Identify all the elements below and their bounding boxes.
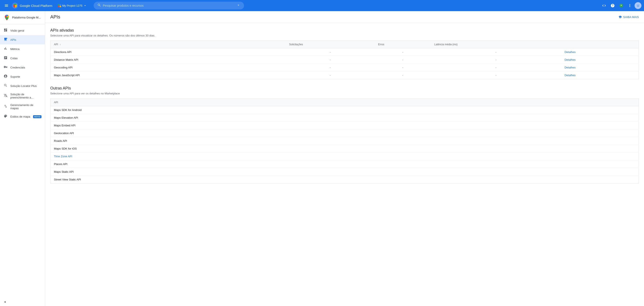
other-apis-subtitle: Selecione uma API para ver os detalhes n…	[50, 92, 639, 95]
maps-logo	[4, 14, 10, 21]
other-api-name[interactable]: Street View Static API	[50, 176, 639, 183]
list-item[interactable]: Maps Static API	[50, 168, 639, 176]
sidebar-item-label: Solução de preenchimento a...	[10, 93, 42, 99]
locator-icon	[4, 83, 8, 88]
main-layout: Plataforma Google M... Visão geral APIs	[0, 11, 644, 306]
school-icon	[618, 15, 622, 19]
list-item[interactable]: Maps SDK for iOS	[50, 145, 639, 153]
table-header-row: API ↑ Solicitações Erros Latência média …	[50, 41, 639, 48]
hamburger-menu[interactable]	[2, 2, 10, 9]
other-api-name[interactable]: Time Zone API	[50, 153, 639, 160]
details-link[interactable]: Detalhes	[564, 66, 576, 69]
sidebar-item-label: Estilos de mapa	[10, 115, 30, 118]
list-item[interactable]: Time Zone API	[50, 153, 639, 160]
list-item[interactable]: Roads API	[50, 137, 639, 145]
table-row[interactable]: Directions API - - - Detalhes	[50, 48, 639, 56]
api-name-cell: Maps JavaScript API	[50, 71, 286, 79]
latencia-cell: -	[431, 56, 561, 64]
project-name: My Project 1275	[62, 4, 82, 7]
solicitacoes-cell: -	[286, 64, 375, 71]
sort-icon: ↑	[60, 43, 61, 46]
sidebar-item-visao-geral[interactable]: Visão geral	[0, 26, 45, 35]
collapse-icon: ◄	[4, 300, 6, 304]
platform-logo: Google Cloud Platform	[12, 2, 52, 8]
cotas-icon	[4, 56, 8, 61]
more-options-icon[interactable]	[626, 2, 634, 9]
table-row[interactable]: Geocoding API - - - Detalhes	[50, 64, 639, 71]
sidebar-item-metrica[interactable]: Métrica	[0, 44, 45, 54]
other-api-name[interactable]: Roads API	[50, 137, 639, 145]
top-nav: Google Cloud Platform My Project 1275	[0, 0, 644, 11]
search-input[interactable]	[103, 4, 235, 7]
nav-icons: U	[600, 2, 642, 9]
search-dropdown-icon[interactable]	[236, 3, 240, 8]
erros-cell: -	[375, 64, 431, 71]
other-api-name[interactable]: Geolocation API	[50, 129, 639, 137]
list-item[interactable]: Maps Embed API	[50, 122, 639, 129]
list-item[interactable]: Street View Static API	[50, 176, 639, 183]
main-content: APIs SAIBA MAIS APIs ativadas Selecione …	[45, 11, 644, 306]
erros-cell: -	[375, 71, 431, 79]
table-row[interactable]: Distance Matrix API - - - Detalhes	[50, 56, 639, 64]
saiba-mais-label: SAIBA MAIS	[623, 15, 639, 19]
sidebar-item-preench[interactable]: Solução de preenchimento a...	[0, 91, 45, 101]
latencia-cell: -	[431, 64, 561, 71]
details-link[interactable]: Detalhes	[564, 50, 576, 54]
gcp-icon	[12, 2, 18, 8]
sidebar-logo-area: Plataforma Google M...	[0, 11, 45, 24]
list-item[interactable]: Maps SDK for Android	[50, 106, 639, 114]
details-link[interactable]: Detalhes	[564, 74, 576, 77]
sidebar-item-locator[interactable]: Solução Locator Plus	[0, 81, 45, 91]
user-avatar[interactable]: U	[634, 2, 642, 9]
sidebar-collapse-btn[interactable]: ◄	[0, 298, 45, 306]
sidebar-item-label: Gerenciamento de mapas	[10, 103, 42, 110]
saiba-mais-button[interactable]: SAIBA MAIS	[618, 15, 639, 19]
cloud-shell-icon[interactable]	[600, 2, 608, 9]
sidebar-item-apis[interactable]: APIs	[0, 35, 45, 44]
other-api-name[interactable]: Places API	[50, 160, 639, 168]
list-item[interactable]: Places API	[50, 160, 639, 168]
svg-rect-1	[60, 4, 61, 5]
col-header-latencia: Latência média (ms)	[431, 41, 561, 48]
svg-rect-2	[58, 6, 59, 7]
sidebar-item-gerenc-mapas[interactable]: Gerenciamento de mapas	[0, 101, 45, 112]
notifications-icon[interactable]	[617, 2, 625, 9]
col-api-label: API	[54, 43, 58, 46]
help-icon[interactable]	[609, 2, 616, 9]
sidebar-item-label: Visão geral	[10, 29, 42, 32]
solicitacoes-cell: -	[286, 56, 375, 64]
content-area: APIs ativadas Selecione uma API para vis…	[45, 23, 644, 189]
sidebar-item-credenciais[interactable]: Credenciais	[0, 63, 45, 72]
other-apis-table: API Maps SDK for AndroidMaps Elevation A…	[50, 98, 639, 183]
sidebar-navigation: Visão geral APIs Métrica Cotas	[0, 24, 45, 123]
action-cell[interactable]: Detalhes	[561, 64, 639, 71]
col-header-api: API ↑	[50, 41, 286, 48]
latencia-cell: -	[431, 48, 561, 56]
action-cell[interactable]: Detalhes	[561, 71, 639, 79]
erros-cell: -	[375, 56, 431, 64]
api-name-cell: Directions API	[50, 48, 286, 56]
sidebar-item-cotas[interactable]: Cotas	[0, 54, 45, 63]
details-link[interactable]: Detalhes	[564, 58, 576, 61]
sidebar-logo-text: Plataforma Google M...	[12, 16, 41, 19]
col-header-actions	[561, 41, 639, 48]
action-cell[interactable]: Detalhes	[561, 48, 639, 56]
sidebar-item-suporte[interactable]: Suporte	[0, 72, 45, 81]
action-cell[interactable]: Detalhes	[561, 56, 639, 64]
other-api-name[interactable]: Maps Elevation API	[50, 114, 639, 122]
sidebar-item-label: Métrica	[10, 47, 42, 51]
project-selector[interactable]: My Project 1275	[56, 3, 88, 8]
sidebar-item-estilos[interactable]: Estilos de mapa NOVO	[0, 112, 45, 121]
list-item[interactable]: Maps Elevation API	[50, 114, 639, 122]
search-bar[interactable]	[94, 2, 244, 9]
other-api-name[interactable]: Maps Embed API	[50, 122, 639, 129]
active-apis-subtitle: Selecione uma API para visualizar os det…	[50, 34, 639, 37]
other-apis-title: Outras APIs	[50, 86, 639, 91]
other-api-name[interactable]: Maps SDK for iOS	[50, 145, 639, 153]
list-item[interactable]: Geolocation API	[50, 129, 639, 137]
api-name-cell: Geocoding API	[50, 64, 286, 71]
other-api-name[interactable]: Maps SDK for Android	[50, 106, 639, 114]
other-api-name[interactable]: Maps Static API	[50, 168, 639, 176]
table-row[interactable]: Maps JavaScript API - - - Detalhes	[50, 71, 639, 79]
visao-geral-icon	[4, 28, 8, 33]
